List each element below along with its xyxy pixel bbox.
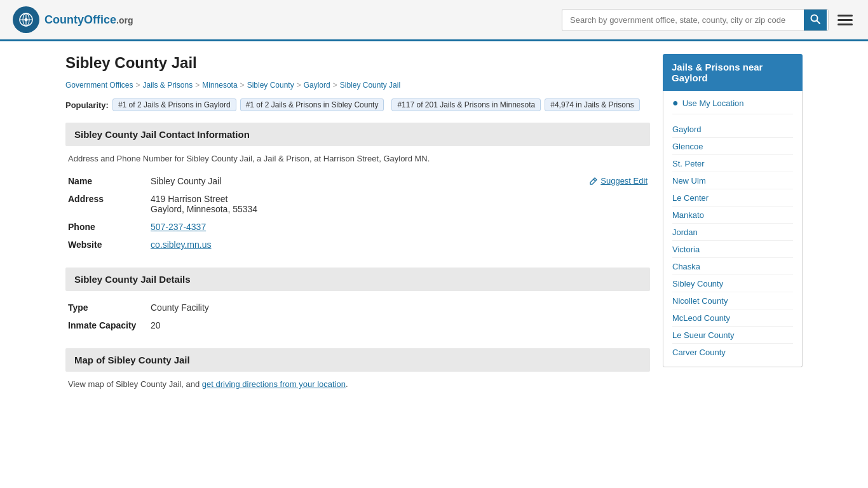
sidebar-list-item: Le Sueur County <box>672 327 793 344</box>
page-title: Sibley County Jail <box>65 54 650 72</box>
sidebar-list-item: Sibley County <box>672 275 793 292</box>
search-bar <box>562 9 829 31</box>
label-phone: Phone <box>65 218 148 236</box>
breadcrumb-minnesota[interactable]: Minnesota <box>202 81 237 90</box>
driving-directions-link[interactable]: get driving directions from your locatio… <box>202 379 346 389</box>
table-row-website: Website co.sibley.mn.us <box>65 236 650 254</box>
sidebar-link-gaylord[interactable]: Gaylord <box>672 125 702 134</box>
menu-line-3 <box>837 24 853 25</box>
sidebar-list-item: Jordan <box>672 224 793 241</box>
contact-section-header: Sibley County Jail Contact Information <box>65 123 650 146</box>
map-section-header: Map of Sibley County Jail <box>65 348 650 372</box>
sidebar-list-item: Nicollet County <box>672 292 793 309</box>
label-type: Type <box>65 299 148 316</box>
sidebar-list-item: Chaska <box>672 258 793 275</box>
breadcrumb-sep-1: > <box>136 81 140 90</box>
table-row-type: Type County Facility <box>65 299 650 316</box>
popularity-label: Popularity: <box>65 100 109 110</box>
map-description: View map of Sibley County Jail, and get … <box>65 379 650 389</box>
details-section: Sibley County Jail Details Type County F… <box>65 268 650 334</box>
sidebar-link-st.-peter[interactable]: St. Peter <box>672 159 705 168</box>
breadcrumb-sep-3: > <box>240 81 245 90</box>
value-address: 419 Harrison Street Gaylord, Minnesota, … <box>148 190 650 218</box>
sidebar-list-item: Glencoe <box>672 138 793 155</box>
sidebar-location: ● Use My Location <box>672 97 793 114</box>
sidebar-list-item: St. Peter <box>672 155 793 172</box>
label-capacity: Inmate Capacity <box>65 316 148 334</box>
table-row-name: Name Sibley County Jail Suggest Edit <box>65 172 650 190</box>
sidebar-list-item: Carver County <box>672 344 793 360</box>
site-header: CountyOffice.org <box>0 0 868 41</box>
sidebar-link-carver-county[interactable]: Carver County <box>672 348 726 357</box>
search-input[interactable] <box>562 11 804 29</box>
sidebar-list-item: Victoria <box>672 241 793 258</box>
sidebar-link-sibley-county[interactable]: Sibley County <box>672 279 723 288</box>
value-website: co.sibley.mn.us <box>148 236 650 254</box>
details-section-header: Sibley County Jail Details <box>65 268 650 291</box>
search-icon <box>810 14 820 24</box>
menu-button[interactable] <box>835 12 855 28</box>
sidebar-link-le-center[interactable]: Le Center <box>672 193 709 203</box>
sidebar: Jails & Prisons near Gaylord ● Use My Lo… <box>663 54 803 403</box>
content-area: Sibley County Jail Government Offices > … <box>65 54 650 403</box>
value-capacity: 20 <box>148 316 650 334</box>
sidebar-link-mankato[interactable]: Mankato <box>672 210 704 220</box>
map-section: Map of Sibley County Jail View map of Si… <box>65 348 650 389</box>
breadcrumb-gaylord[interactable]: Gaylord <box>304 81 330 90</box>
label-address: Address <box>65 190 148 218</box>
sidebar-list-item: Le Center <box>672 189 793 207</box>
header-right <box>562 9 855 31</box>
breadcrumb-current[interactable]: Sibley County Jail <box>340 81 400 90</box>
sidebar-link-new-ulm[interactable]: New Ulm <box>672 176 706 186</box>
breadcrumb: Government Offices > Jails & Prisons > M… <box>65 81 650 90</box>
breadcrumb-jails[interactable]: Jails & Prisons <box>143 81 193 90</box>
logo-icon <box>13 6 39 33</box>
svg-point-5 <box>25 18 28 22</box>
value-phone: 507-237-4337 <box>148 218 650 236</box>
sidebar-link-mcleod-county[interactable]: McLeod County <box>672 313 730 323</box>
sidebar-list-item: Mankato <box>672 207 793 224</box>
location-icon: ● <box>672 97 679 109</box>
table-row-phone: Phone 507-237-4337 <box>65 218 650 236</box>
value-type: County Facility <box>148 299 650 316</box>
logo-text: CountyOffice.org <box>44 13 133 27</box>
contact-description: Address and Phone Number for Sibley Coun… <box>65 154 650 163</box>
value-name: Sibley County Jail Suggest Edit <box>148 172 650 190</box>
sidebar-link-victoria[interactable]: Victoria <box>672 245 700 254</box>
menu-line-2 <box>837 19 853 21</box>
svg-line-8 <box>593 179 595 181</box>
contact-table: Name Sibley County Jail Suggest Edit <box>65 172 650 254</box>
sidebar-link-jordan[interactable]: Jordan <box>672 227 698 237</box>
popularity-badge-3: #117 of 201 Jails & Prisons in Minnesota <box>391 98 541 111</box>
sidebar-list-item: New Ulm <box>672 172 793 189</box>
sidebar-content: ● Use My Location GaylordGlencoeSt. Pete… <box>663 91 803 367</box>
phone-link[interactable]: 507-237-4337 <box>151 222 206 232</box>
menu-line-1 <box>837 15 853 17</box>
use-my-location-link[interactable]: Use My Location <box>682 98 744 108</box>
suggest-edit-link[interactable]: Suggest Edit <box>589 176 648 186</box>
sidebar-list-item: McLeod County <box>672 309 793 327</box>
sidebar-link-le-sueur-county[interactable]: Le Sueur County <box>672 330 735 340</box>
logo-area: CountyOffice.org <box>13 6 133 33</box>
contact-section: Sibley County Jail Contact Information A… <box>65 123 650 254</box>
details-table: Type County Facility Inmate Capacity 20 <box>65 299 650 334</box>
website-link[interactable]: co.sibley.mn.us <box>151 240 211 250</box>
main-container: Sibley County Jail Government Offices > … <box>53 41 815 416</box>
breadcrumb-sep-4: > <box>297 81 301 90</box>
breadcrumb-sep-5: > <box>333 81 337 90</box>
sidebar-header: Jails & Prisons near Gaylord <box>663 54 803 91</box>
sidebar-link-nicollet-county[interactable]: Nicollet County <box>672 296 728 306</box>
breadcrumb-sep-2: > <box>195 81 200 90</box>
breadcrumb-sibley-county[interactable]: Sibley County <box>247 81 294 90</box>
popularity-badge-4: #4,974 in Jails & Prisons <box>545 98 639 111</box>
sidebar-link-chaska[interactable]: Chaska <box>672 262 700 271</box>
label-website: Website <box>65 236 148 254</box>
breadcrumb-gov-offices[interactable]: Government Offices <box>65 81 133 90</box>
sidebar-list-item: Gaylord <box>672 121 793 138</box>
svg-line-7 <box>817 20 820 24</box>
search-button[interactable] <box>804 10 827 30</box>
sidebar-link-glencoe[interactable]: Glencoe <box>672 142 703 151</box>
popularity-badge-2: #1 of 2 Jails & Prisons in Sibley County <box>240 98 384 111</box>
table-row-capacity: Inmate Capacity 20 <box>65 316 650 334</box>
table-row-address: Address 419 Harrison Street Gaylord, Min… <box>65 190 650 218</box>
